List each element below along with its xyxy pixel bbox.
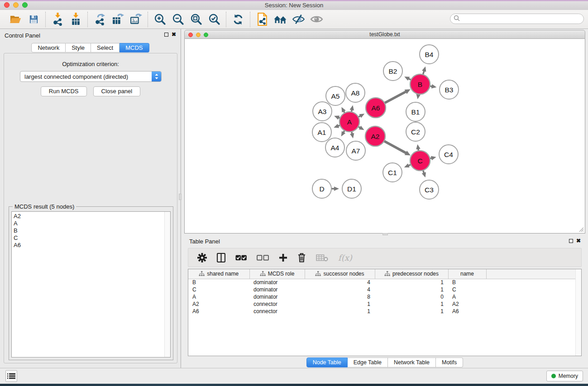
column-header-MCDS-role[interactable]: MCDS role: [249, 269, 305, 279]
result-item[interactable]: A6: [12, 242, 170, 249]
table-row[interactable]: Bdominator41B: [188, 279, 576, 286]
export-image-button[interactable]: [127, 11, 145, 28]
network-canvas[interactable]: AA1A3A4A5A7A8A6A2BB1B2B3B4CC1C2C3C4DD1: [184, 39, 585, 234]
node-A8[interactable]: A8: [346, 83, 365, 102]
network-graph[interactable]: AA1A3A4A5A7A8A6A2BB1B2B3B4CC1C2C3C4DD1: [185, 39, 585, 233]
tab-node-table[interactable]: Node Table: [306, 357, 348, 367]
node-D1[interactable]: D1: [342, 179, 361, 198]
open-session-button[interactable]: [6, 11, 24, 28]
select-all-button[interactable]: [235, 254, 247, 261]
session-title: Session: New Session: [265, 2, 323, 9]
tab-style[interactable]: Style: [66, 43, 91, 52]
node-D[interactable]: D: [312, 179, 331, 198]
export-table-button[interactable]: [109, 11, 127, 28]
tab-select[interactable]: Select: [91, 43, 120, 52]
column-header-predecessor-nodes[interactable]: predecessor nodes: [375, 269, 448, 279]
node-C3[interactable]: C3: [420, 180, 439, 199]
node-A4[interactable]: A4: [325, 138, 344, 157]
column-header-name[interactable]: name: [448, 269, 486, 279]
tab-network[interactable]: Network: [31, 43, 66, 52]
node-A6[interactable]: A6: [366, 98, 386, 118]
table-row[interactable]: A2connector11A2: [188, 300, 576, 308]
node-A7[interactable]: A7: [346, 141, 365, 160]
zoom-window-button[interactable]: [22, 2, 28, 8]
close-table-panel-icon[interactable]: ✖: [576, 238, 581, 243]
zoom-out-button[interactable]: [169, 11, 187, 28]
arrowhead: [334, 186, 339, 191]
node-C4[interactable]: C4: [439, 145, 458, 164]
node-B[interactable]: B: [410, 74, 430, 94]
cell: connector: [249, 308, 305, 315]
import-network-button[interactable]: [48, 11, 67, 28]
hide-graphics-details-button[interactable]: [289, 11, 307, 28]
tab-mcds[interactable]: MCDS: [120, 43, 149, 52]
close-panel-icon[interactable]: ✖: [172, 32, 176, 37]
show-home-button[interactable]: [271, 11, 289, 28]
table-toolbar: f(x): [188, 248, 582, 267]
close-panel-button[interactable]: Close panel: [93, 86, 141, 96]
node-C2[interactable]: C2: [406, 122, 425, 141]
result-item[interactable]: A: [12, 220, 170, 227]
table-row[interactable]: Adominator80A: [188, 293, 576, 300]
optimization-criterion-select[interactable]: largest connected component (directed): [20, 71, 162, 82]
cell: A6: [448, 308, 486, 315]
zoom-in-button[interactable]: [151, 11, 169, 28]
new-network-file-button[interactable]: [253, 11, 271, 28]
node-B2[interactable]: B2: [383, 62, 402, 81]
save-session-button[interactable]: [24, 11, 43, 28]
network-close-button[interactable]: [188, 33, 193, 37]
close-window-button[interactable]: [4, 2, 10, 8]
minimize-window-button[interactable]: [13, 2, 19, 8]
network-zoom-button[interactable]: [204, 33, 208, 37]
delete-row-button[interactable]: [297, 253, 306, 262]
deselect-all-button[interactable]: [257, 254, 269, 261]
result-item[interactable]: B: [12, 227, 170, 234]
result-scrollbar[interactable]: [164, 212, 170, 357]
node-B4[interactable]: B4: [420, 45, 439, 64]
cell: 4: [305, 286, 375, 293]
node-C1[interactable]: C1: [383, 163, 402, 182]
result-item[interactable]: A2: [12, 213, 170, 220]
resize-grip[interactable]: [578, 226, 584, 232]
refresh-view-button[interactable]: [229, 11, 247, 28]
table-scrollbar[interactable]: [575, 269, 581, 356]
node-A2[interactable]: A2: [365, 126, 385, 146]
float-panel-icon[interactable]: [164, 33, 168, 37]
import-table-button[interactable]: [67, 11, 85, 28]
column-header-successor-nodes[interactable]: successor nodes: [305, 269, 375, 279]
tab-motifs[interactable]: Motifs: [436, 357, 463, 367]
show-graphics-details-button[interactable]: [307, 11, 325, 28]
result-item[interactable]: C: [12, 234, 170, 242]
search-field[interactable]: [450, 14, 584, 24]
zoom-selected-button[interactable]: [205, 11, 223, 28]
gear-button[interactable]: [197, 253, 207, 262]
tab-network-table[interactable]: Network Table: [388, 357, 436, 367]
float-table-panel-icon[interactable]: [569, 239, 573, 243]
node-C[interactable]: C: [410, 151, 430, 171]
node-A5[interactable]: A5: [326, 86, 345, 105]
cell: 1: [375, 286, 448, 293]
memory-button[interactable]: Memory: [546, 371, 583, 381]
zoom-fit-button[interactable]: [187, 11, 205, 28]
export-network-button[interactable]: [91, 11, 109, 28]
arrowhead: [416, 94, 421, 100]
tab-edge-table[interactable]: Edge Table: [348, 357, 388, 367]
node-B3[interactable]: B3: [440, 80, 459, 99]
vertical-splitter-handle[interactable]: [179, 194, 182, 200]
memory-label: Memory: [559, 373, 578, 379]
add-row-button[interactable]: [279, 253, 287, 262]
cell: [486, 300, 576, 308]
node-A1[interactable]: A1: [312, 123, 331, 142]
table-row[interactable]: Cdominator41C: [188, 286, 576, 293]
columns-button[interactable]: [217, 253, 225, 262]
search-input[interactable]: [462, 15, 583, 23]
network-window-titlebar[interactable]: testGlobe.txt: [184, 30, 585, 39]
network-minimize-button[interactable]: [196, 33, 201, 37]
run-mcds-button[interactable]: Run MCDS: [41, 86, 87, 96]
column-header-shared-name[interactable]: shared name: [188, 269, 249, 279]
node-B1[interactable]: B1: [406, 102, 425, 121]
table-row[interactable]: A6connector11A6: [188, 308, 576, 315]
task-history-button[interactable]: [5, 370, 17, 382]
node-A3[interactable]: A3: [313, 102, 332, 121]
node-A[interactable]: A: [339, 112, 359, 132]
